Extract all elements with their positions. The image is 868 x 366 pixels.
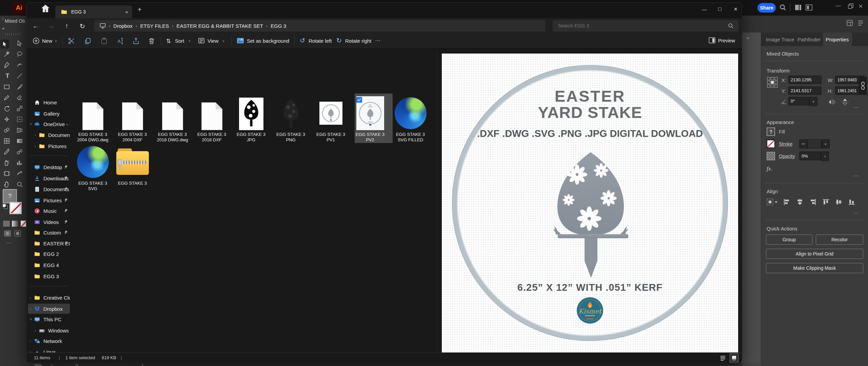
back-icon[interactable]: ← bbox=[31, 21, 41, 31]
toolbar-more-icon[interactable]: ⋯ bbox=[375, 37, 380, 44]
align-right-icon[interactable] bbox=[809, 198, 817, 206]
rotate-left-button[interactable]: Rotate left bbox=[309, 38, 332, 44]
sidebar-item-this-pc[interactable]: ˅This PC bbox=[28, 314, 70, 324]
explorer-tab[interactable]: EGG 3 × bbox=[55, 5, 132, 18]
align-to-selection-icon[interactable] bbox=[766, 198, 778, 206]
toolbar-more-icon[interactable]: ⋯ bbox=[6, 240, 11, 246]
type-tool-icon[interactable]: T bbox=[3, 73, 12, 81]
delete-icon[interactable] bbox=[148, 37, 155, 45]
share-button[interactable]: Share bbox=[757, 3, 776, 13]
opacity-options-arrow[interactable]: › bbox=[821, 151, 829, 161]
file-item-egg-stake-3-jpg[interactable]: EGG STAKE 3 JPG bbox=[231, 96, 271, 143]
new-button[interactable]: New bbox=[42, 38, 52, 44]
blend-tool-icon[interactable] bbox=[16, 148, 24, 157]
selection-tool-icon[interactable] bbox=[1, 40, 9, 48]
sidebar-item-music[interactable]: Music bbox=[28, 206, 70, 216]
illustrator-restore-icon[interactable] bbox=[848, 3, 854, 9]
sidebar-item-videos[interactable]: Videos bbox=[28, 217, 70, 227]
document-setup-icon[interactable] bbox=[805, 4, 813, 11]
preview-toggle-button[interactable]: Preview bbox=[718, 38, 735, 43]
scale-tool-icon[interactable] bbox=[16, 105, 24, 113]
zoom-level-value[interactable]: 25% bbox=[34, 363, 42, 366]
search-input[interactable] bbox=[558, 20, 721, 32]
large-icons-view-toggle[interactable] bbox=[730, 353, 738, 362]
file-item-egg-stake-3-2018-dxf[interactable]: EGG STAKE 3 2018 DXF bbox=[192, 96, 232, 143]
width-tool-icon[interactable] bbox=[3, 116, 12, 124]
window-close-icon[interactable]: × bbox=[734, 5, 737, 13]
rectangle-tool-icon[interactable] bbox=[3, 83, 12, 92]
illustrator-minimize-icon[interactable]: — bbox=[835, 3, 841, 9]
file-item-egg-stake-3-zip[interactable]: EGG STAKE 3 bbox=[113, 145, 152, 186]
illustrator-home-icon[interactable] bbox=[41, 4, 50, 13]
cut-icon[interactable] bbox=[68, 37, 75, 45]
align-center-h-icon[interactable] bbox=[796, 198, 804, 206]
fx-button[interactable]: fx. bbox=[767, 165, 772, 172]
sidebar-item-windows-c[interactable]: ›Windows (C:) bbox=[28, 325, 70, 336]
perspective-grid-tool-icon[interactable] bbox=[16, 127, 24, 135]
align-top-icon[interactable] bbox=[822, 198, 830, 206]
sidebar-item-creative-cloud[interactable]: ›Creative Cloud bbox=[28, 292, 70, 303]
stroke-weight-dropdown[interactable]: ˅ bbox=[822, 139, 830, 148]
paste-icon[interactable] bbox=[100, 37, 108, 45]
illustrator-close-icon[interactable]: × bbox=[859, 2, 863, 10]
window-minimize-icon[interactable]: — bbox=[702, 6, 707, 12]
lasso-tool-icon[interactable] bbox=[16, 51, 24, 59]
x-field[interactable] bbox=[788, 76, 822, 84]
set-as-background-button[interactable]: Set as background bbox=[247, 38, 289, 44]
align-bottom-icon[interactable] bbox=[848, 198, 855, 206]
sidebar-item-pictures[interactable]: Pictures bbox=[28, 195, 70, 205]
view-dropdown-icon[interactable]: ˅ bbox=[222, 39, 224, 43]
new-tab-icon[interactable]: + bbox=[138, 6, 142, 14]
illustrator-app-icon[interactable]: Ai bbox=[12, 2, 26, 14]
workspace-icon[interactable] bbox=[846, 20, 853, 26]
tab-image-trace[interactable]: Image Trace bbox=[766, 33, 794, 46]
eraser-tool-icon[interactable] bbox=[16, 94, 24, 102]
direct-selection-tool-icon[interactable] bbox=[16, 40, 24, 48]
artboard-tool-icon[interactable] bbox=[3, 170, 12, 178]
file-item-egg-stake-3-png[interactable]: EGG STAKE 3 PNG bbox=[271, 96, 311, 143]
link-dimensions-icon[interactable] bbox=[859, 77, 867, 95]
collapse-controlbar-icon[interactable]: « bbox=[2, 26, 4, 31]
artboard-nav-b[interactable]: 1 bbox=[141, 363, 144, 366]
sidebar-item-downloads[interactable]: Downloads bbox=[28, 173, 70, 183]
stroke-weight-field[interactable] bbox=[807, 139, 822, 148]
sort-dropdown-icon[interactable]: ˅ bbox=[189, 39, 191, 43]
none-mode-button[interactable] bbox=[20, 220, 26, 227]
forward-icon[interactable]: → bbox=[46, 21, 56, 31]
rotate-right-button[interactable]: Rotate right bbox=[345, 38, 372, 44]
flip-horizontal-icon[interactable] bbox=[828, 98, 836, 106]
sort-button[interactable]: Sort bbox=[175, 38, 184, 44]
sidebar-item-documents[interactable]: Documents bbox=[28, 184, 70, 194]
stroke-color-swatch[interactable] bbox=[767, 140, 775, 148]
zoom-tool-icon[interactable] bbox=[16, 181, 24, 189]
sidebar-item-egg-4[interactable]: EGG 4 bbox=[28, 260, 70, 270]
magic-wand-tool-icon[interactable] bbox=[3, 51, 12, 59]
refresh-icon[interactable]: ↻ bbox=[77, 21, 87, 31]
collapse-panels-icon[interactable]: « bbox=[747, 35, 749, 40]
eyedropper-tool-icon[interactable] bbox=[3, 148, 12, 157]
breadcrumb-easter-egg-set[interactable]: EASTER EGG & RABBIT STAKE SET bbox=[177, 23, 263, 29]
sidebar-item-onedrive-documents[interactable]: ›Documents bbox=[28, 130, 70, 140]
details-view-toggle[interactable] bbox=[719, 354, 726, 361]
hand-tool-icon[interactable] bbox=[3, 181, 12, 189]
align-left-icon[interactable] bbox=[783, 198, 790, 206]
reference-point-icon[interactable] bbox=[767, 77, 778, 88]
stroke-link[interactable]: Stroke bbox=[779, 141, 792, 147]
sidebar-item-onedrive[interactable]: ˅OneDrive - Pers bbox=[28, 119, 70, 129]
default-swatches-icon[interactable] bbox=[2, 203, 8, 209]
sidebar-item-egg-3[interactable]: EGG 3 bbox=[28, 271, 70, 281]
make-clipping-mask-button[interactable]: Make Clipping Mask bbox=[766, 263, 863, 273]
slice-tool-icon[interactable] bbox=[16, 170, 24, 178]
breadcrumb-egg-3[interactable]: EGG 3 bbox=[271, 23, 286, 29]
tab-pathfinder[interactable]: Pathfinder bbox=[797, 33, 821, 46]
curvature-tool-icon[interactable] bbox=[16, 62, 24, 70]
pen-tool-icon[interactable] bbox=[3, 62, 12, 70]
gradient-mode-button[interactable] bbox=[12, 220, 19, 227]
pencil-tool-icon[interactable] bbox=[3, 94, 12, 102]
sidebar-item-dropbox[interactable]: ›Dropbox bbox=[28, 304, 70, 314]
search-icon[interactable] bbox=[779, 4, 787, 11]
breadcrumb-dropbox[interactable]: Dropbox bbox=[113, 23, 133, 29]
view-button[interactable]: View bbox=[208, 38, 218, 44]
share-icon[interactable] bbox=[132, 37, 140, 45]
breadcrumb-etsy-files[interactable]: ETSY FILES bbox=[140, 23, 169, 29]
